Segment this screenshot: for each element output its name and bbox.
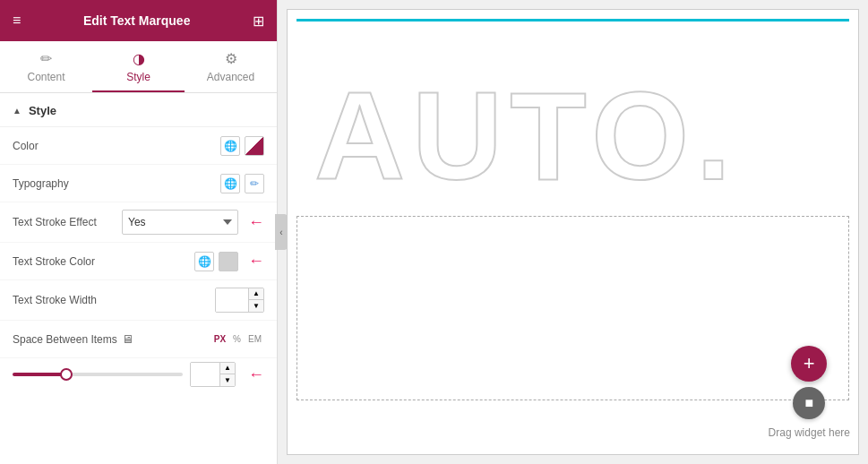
style-icon: ◑ (133, 50, 145, 67)
typography-globe-button[interactable]: 🌐 (220, 174, 240, 193)
space-spinner: ▲ ▼ (219, 363, 235, 386)
canvas-selected-border (296, 19, 849, 21)
drag-label: Drag widget here (769, 426, 850, 439)
stroke-width-input-wrap: ▲ ▼ (215, 288, 264, 313)
color-swatch[interactable] (245, 136, 264, 156)
stroke-color-globe-button[interactable]: 🌐 (194, 252, 214, 271)
tab-style-label: Style (126, 71, 150, 83)
tab-content-label: Content (27, 71, 64, 83)
space-between-items-label: Space Between Items 🖥 (13, 332, 211, 346)
tab-style[interactable]: ◑ Style (92, 41, 185, 92)
text-stroke-effect-row: Text Stroke Effect Yes No ← (0, 202, 277, 243)
color-row: Color 🌐 (0, 127, 277, 165)
advanced-icon: ⚙ (225, 50, 237, 67)
add-widget-button[interactable]: + (791, 346, 827, 382)
monitor-icon: 🖥 (122, 332, 133, 346)
color-globe-button[interactable]: 🌐 (220, 136, 240, 156)
text-stroke-effect-label: Text Stroke Effect (13, 216, 122, 228)
grid-icon[interactable]: ⊞ (253, 13, 264, 30)
stop-button[interactable]: ■ (793, 387, 825, 419)
panel-collapse-button[interactable]: ‹ (275, 214, 288, 250)
space-unit-controls: PX % EM (211, 333, 264, 345)
collapse-icon: ‹ (279, 228, 282, 237)
panel-body: ▲ Style Color 🌐 Typography 🌐 ✏ (0, 93, 277, 464)
tabs-row: ✏ Content ◑ Style ⚙ Advanced (0, 41, 277, 93)
tab-advanced[interactable]: ⚙ Advanced (185, 41, 277, 92)
section-header: ▲ Style (0, 93, 277, 127)
tab-content[interactable]: ✏ Content (0, 41, 92, 92)
text-stroke-width-controls: ▲ ▼ (215, 288, 264, 313)
arrow-annotation-3: ← (248, 365, 264, 384)
color-controls: 🌐 (220, 136, 264, 156)
unit-px[interactable]: PX (211, 333, 228, 345)
typography-row: Typography 🌐 ✏ (0, 165, 277, 202)
section-arrow[interactable]: ▲ (13, 106, 21, 116)
space-slider[interactable] (13, 373, 183, 376)
text-stroke-color-label: Text Stroke Color (13, 255, 194, 268)
left-panel: ≡ Edit Text Marquee ⊞ ✏ Content ◑ Style … (0, 0, 278, 464)
tab-advanced-label: Advanced (207, 71, 254, 83)
auto-text: AUTO. (314, 64, 738, 209)
stroke-width-down[interactable]: ▼ (249, 300, 263, 312)
color-label: Color (13, 140, 220, 152)
stroke-width-spinner: ▲ ▼ (248, 288, 263, 312)
text-stroke-effect-controls: Yes No ← (122, 210, 264, 235)
space-between-items-row: Space Between Items 🖥 PX % EM (0, 321, 277, 358)
unit-tabs: PX % EM (211, 333, 264, 345)
main-canvas: AUTO. + ■ Drag widget here (278, 0, 868, 464)
space-up[interactable]: ▲ (220, 363, 235, 374)
space-down[interactable]: ▼ (220, 374, 235, 386)
section-title: Style (29, 104, 56, 117)
stroke-color-swatch[interactable] (219, 252, 238, 271)
hamburger-icon[interactable]: ≡ (13, 13, 21, 29)
typography-controls: 🌐 ✏ (220, 174, 264, 193)
text-stroke-color-controls: 🌐 ← (194, 252, 264, 271)
panel-header: ≡ Edit Text Marquee ⊞ (0, 0, 277, 41)
space-value-wrap: 30 ▲ ▼ (190, 362, 236, 387)
content-icon: ✏ (40, 50, 52, 67)
typography-label: Typography (13, 177, 220, 190)
stroke-width-input[interactable] (216, 288, 248, 312)
dashed-drop-area (296, 216, 849, 400)
text-stroke-color-row: Text Stroke Color 🌐 ← (0, 243, 277, 280)
panel-title: Edit Text Marquee (83, 13, 191, 28)
unit-em[interactable]: EM (245, 333, 264, 345)
text-stroke-width-row: Text Stroke Width ▲ ▼ (0, 280, 277, 321)
space-value-input[interactable]: 30 (191, 363, 219, 386)
unit-pct[interactable]: % (230, 333, 244, 345)
arrow-annotation-2: ← (248, 252, 264, 271)
text-stroke-effect-select[interactable]: Yes No (122, 210, 238, 235)
text-stroke-width-label: Text Stroke Width (13, 294, 215, 306)
typography-edit-button[interactable]: ✏ (245, 174, 264, 193)
arrow-annotation-1: ← (248, 213, 264, 232)
slider-row: 30 ▲ ▼ ← (0, 358, 277, 396)
fab-area: + ■ Drag widget here (769, 346, 850, 439)
stroke-width-up[interactable]: ▲ (249, 288, 263, 300)
